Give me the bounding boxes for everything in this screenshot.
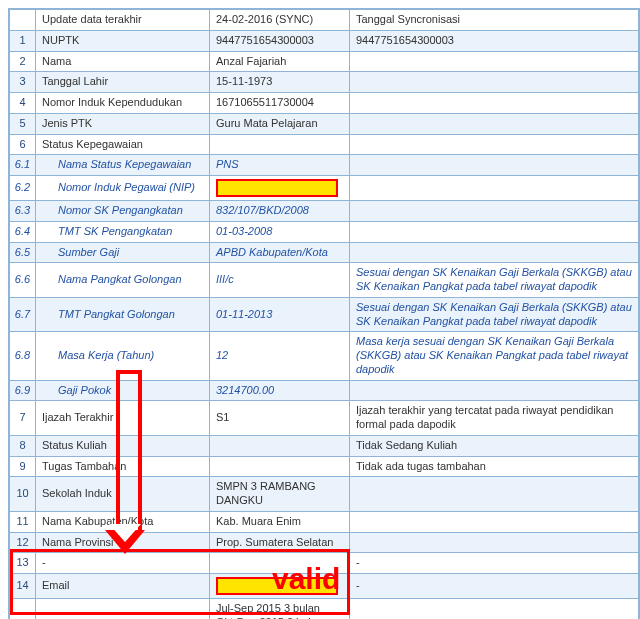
row-label: Email [36,574,210,599]
table-row: 9Tugas TambahanTidak ada tugas tambahan [10,456,639,477]
row-label: Update data terakhir [36,10,210,31]
row-label: Nama Kabupaten/Kota [36,511,210,532]
table-row: 6.1Nama Status KepegawaianPNS [10,155,639,176]
row-num: 6.1 [10,155,36,176]
table-row: 6.6Nama Pangkat GolonganIII/cSesuai deng… [10,263,639,298]
row-label: - [36,553,210,574]
row-label: Nama [36,51,210,72]
row-value: 12 [210,332,350,380]
row-desc [350,134,639,155]
row-desc: Tanggal Syncronisasi [350,10,639,31]
row-value: 832/107/BKD/2008 [210,201,350,222]
row-desc: Masa kerja sesuai dengan SK Kenaikan Gaj… [350,332,639,380]
row-value: 3214700.00 [210,380,350,401]
row-label: Masa Kerja (Tahun) [36,332,210,380]
row-label: NUPTK [36,30,210,51]
row-label: Nama Pangkat Golongan [36,263,210,298]
row-value: 01-03-2008 [210,221,350,242]
row-label: Gaji Pokok [36,380,210,401]
table-row: 5Jenis PTKGuru Mata Pelajaran [10,113,639,134]
row-label: Nomor SK Pengangkatan [36,201,210,222]
row-desc: 9447751654300003 [350,30,639,51]
row-label: Ijazah Terakhir [36,401,210,436]
row-desc [350,72,639,93]
row-desc: Tidak Sedang Kuliah [350,435,639,456]
row-num: 1 [10,30,36,51]
table-row: 6Status Kepegawaian [10,134,639,155]
row-desc [350,176,639,201]
row-desc [350,380,639,401]
row-value: 24-02-2016 (SYNC) [210,10,350,31]
row-num: 15 [10,599,36,620]
row-label: Tugas Tambahan [36,456,210,477]
row-value: SMPN 3 RAMBANG DANGKU [210,477,350,512]
row-desc: Ijazah terakhir yang tercatat pada riway… [350,401,639,436]
row-desc [350,511,639,532]
row-num: 10 [10,477,36,512]
row-desc [350,155,639,176]
table-row: 6.9Gaji Pokok3214700.00 [10,380,639,401]
redacted-box [216,577,338,595]
row-num: 6 [10,134,36,155]
table-row: 3Tanggal Lahir15-11-1973 [10,72,639,93]
row-num: 4 [10,93,36,114]
row-value: Prop. Sumatera Selatan [210,532,350,553]
row-desc [350,93,639,114]
app-frame: Update data terakhir24-02-2016 (SYNC)Tan… [0,0,640,619]
row-desc [350,532,639,553]
row-desc [350,201,639,222]
table-row: 6.7TMT Pangkat Golongan01-11-2013Sesuai … [10,297,639,332]
data-table: Update data terakhir24-02-2016 (SYNC)Tan… [9,9,639,619]
row-value: S1 [210,401,350,436]
table-row: 11Nama Kabupaten/KotaKab. Muara Enim [10,511,639,532]
row-value: Anzal Fajariah [210,51,350,72]
table-row: Update data terakhir24-02-2016 (SYNC)Tan… [10,10,639,31]
row-label: Status Kepegawaian [36,134,210,155]
row-desc: Tidak ada tugas tambahan [350,456,639,477]
row-value: PNS [210,155,350,176]
row-label: Status Kuliah [36,435,210,456]
row-num: 6.3 [10,201,36,222]
table-row: 6.8Masa Kerja (Tahun)12Masa kerja sesuai… [10,332,639,380]
row-desc [350,51,639,72]
row-value: 15-11-1973 [210,72,350,93]
row-value: 1671065511730004 [210,93,350,114]
row-label: Nomor Induk Pegawai (NIP) [36,176,210,201]
row-num: 3 [10,72,36,93]
row-label: Nomor Induk Kependudukan [36,93,210,114]
row-num: 11 [10,511,36,532]
row-label: Nama Provinsi [36,532,210,553]
row-num: 6.4 [10,221,36,242]
row-value: Kab. Muara Enim [210,511,350,532]
table-row: 7Ijazah TerakhirS1Ijazah terakhir yang t… [10,401,639,436]
table-row: 4Nomor Induk Kependudukan167106551173000… [10,93,639,114]
row-label: Sekolah Induk [36,477,210,512]
row-desc: - [350,574,639,599]
row-desc: Status Keaktifan guru pada dapodik [350,599,639,620]
row-value: Jul-Sep 2015 3 bulan Okt-Des 2015 3 bula… [210,599,350,620]
row-value [210,553,350,574]
table-row: 6.5Sumber GajiAPBD Kabupaten/Kota [10,242,639,263]
row-num: 13 [10,553,36,574]
row-value: APBD Kabupaten/Kota [210,242,350,263]
row-label: Jenis PTK [36,113,210,134]
row-desc [350,113,639,134]
table-row: 14Email- [10,574,639,599]
table-row: 1NUPTK94477516543000039447751654300003 [10,30,639,51]
row-label: Status Keaktifan [36,599,210,620]
row-desc [350,477,639,512]
row-num: 6.7 [10,297,36,332]
row-num: 2 [10,51,36,72]
row-value: 01-11-2013 [210,297,350,332]
data-table-container: Update data terakhir24-02-2016 (SYNC)Tan… [8,8,640,619]
row-label: Nama Status Kepegawaian [36,155,210,176]
row-num: 9 [10,456,36,477]
row-num: 6.8 [10,332,36,380]
row-num: 6.5 [10,242,36,263]
row-value: III/c [210,263,350,298]
row-label: TMT Pangkat Golongan [36,297,210,332]
row-num [10,10,36,31]
row-value [210,456,350,477]
row-desc [350,242,639,263]
table-row: 15Status KeaktifanJul-Sep 2015 3 bulan O… [10,599,639,620]
